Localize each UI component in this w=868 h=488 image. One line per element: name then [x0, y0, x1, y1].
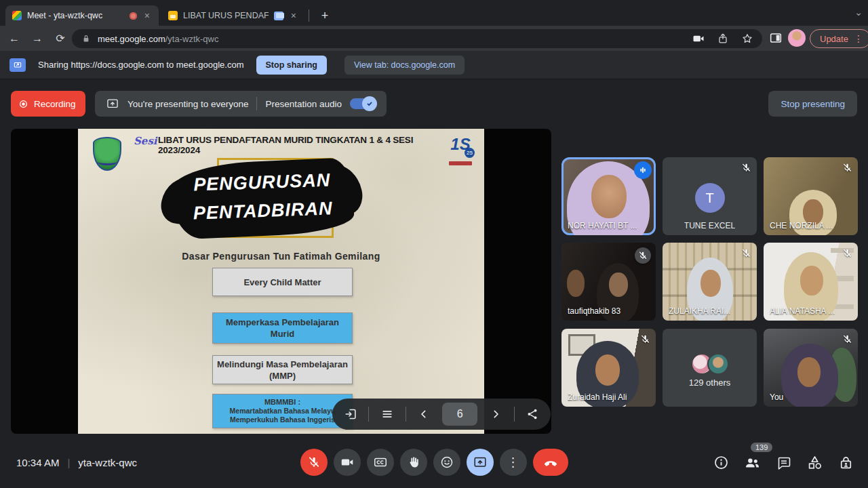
share-slide-button[interactable] — [521, 403, 544, 426]
presentation-audio-toggle[interactable] — [350, 98, 376, 109]
tab-slides[interactable]: LIBAT URUS PENDAFTARA × — [161, 5, 305, 26]
view-tab-button[interactable]: View tab: docs.google.com — [344, 56, 465, 75]
tab-share-icon — [9, 58, 26, 72]
leave-call-button[interactable] — [533, 449, 568, 476]
back-button[interactable]: ← — [5, 30, 23, 47]
divider — [256, 97, 257, 110]
box4-line3: Memperkukuh Bahasa Inggeris — [230, 415, 335, 424]
activities-panel-button[interactable] — [806, 454, 823, 471]
side-panel-button[interactable] — [768, 30, 783, 45]
mic-muted-icon — [842, 162, 853, 174]
profile-avatar[interactable] — [788, 29, 806, 47]
meet-bottom-bar: 10:34 AM | yta-wztk-qwc ⋮ — [0, 441, 868, 488]
presentation-stage: Sesi LIBAT URUS PENDAFTARAN MURID TINGKA… — [11, 129, 551, 434]
participant-face — [797, 357, 821, 387]
divider — [514, 407, 515, 422]
next-slide-button[interactable] — [484, 403, 507, 426]
anniversary-logo: 1S 25 — [446, 134, 475, 167]
meet-status-bar: Recording You're presenting to everyone … — [0, 79, 868, 129]
presenting-status-pill: You're presenting to everyone Presentati… — [95, 91, 387, 117]
more-options-icon: ⋮ — [507, 455, 519, 470]
participant-name: taufiqthakib 83 — [568, 306, 620, 316]
bookmark-star-icon[interactable] — [741, 32, 754, 45]
participant-tile-zuraidah[interactable]: Zuraidah Haji Ali — [561, 329, 656, 407]
others-count-label: 129 others — [689, 378, 730, 388]
browser-menu-icon[interactable]: ⋮ — [854, 33, 866, 44]
toggle-knob — [362, 96, 377, 111]
browser-toolbar: ← → ⟳ meet.google.com/yta-wztk-qwc Updat… — [0, 26, 868, 51]
exit-presentation-button[interactable] — [339, 403, 362, 426]
url-path: /yta-wztk-qwc — [165, 34, 219, 44]
tab-close-icon[interactable]: × — [289, 10, 298, 21]
meeting-details-button[interactable] — [713, 454, 730, 471]
recording-label: Recording — [34, 99, 76, 109]
slide-list-button[interactable] — [376, 403, 399, 426]
share-page-icon[interactable] — [716, 32, 730, 45]
participant-tile-zulaikha[interactable]: ZULAIKHA RAI... — [663, 243, 757, 321]
slide-box-1: Every Child Matter — [212, 268, 353, 296]
slide: Sesi LIBAT URUS PENDAFTARAN MURID TINGKA… — [78, 129, 484, 434]
mic-muted-icon — [639, 333, 651, 345]
mic-muted-icon — [842, 333, 853, 345]
tab-meet[interactable]: Meet - yta-wztk-qwc × — [5, 5, 159, 26]
forward-button[interactable]: → — [28, 30, 46, 47]
browser-tab-strip: Meet - yta-wztk-qwc × LIBAT URUS PENDAFT… — [0, 0, 868, 26]
slide-sesi-script: Sesi — [134, 135, 157, 147]
tab-list-chevron-icon[interactable]: ⌄ — [854, 7, 863, 18]
participant-tile-others[interactable]: 129 others — [663, 329, 757, 407]
present-now-button[interactable] — [467, 449, 494, 476]
title-line-1: PENGURUSAN — [193, 169, 331, 195]
more-options-button[interactable]: ⋮ — [500, 449, 527, 476]
people-panel-button[interactable]: 139 — [744, 454, 761, 471]
chat-panel-button[interactable] — [775, 454, 792, 471]
tab-close-icon[interactable]: × — [142, 10, 152, 21]
participant-name: Zuraidah Haji Ali — [568, 392, 627, 402]
mic-muted-icon — [635, 247, 651, 264]
mic-mute-button[interactable] — [300, 449, 328, 476]
participant-face — [701, 270, 721, 297]
slide-page-number[interactable]: 6 — [442, 403, 477, 426]
chrome-update-button[interactable]: Update ⋮ — [810, 29, 868, 48]
camera-button[interactable] — [334, 449, 361, 476]
participant-name: TUNE EXCEL — [684, 221, 735, 230]
host-controls-button[interactable] — [837, 454, 854, 471]
captions-button[interactable] — [367, 449, 394, 476]
slide-box-3: Melindungi Masa Pembelajaran (MMP) — [212, 355, 353, 384]
stop-presenting-button[interactable]: Stop presenting — [768, 91, 857, 117]
record-icon — [18, 98, 29, 110]
slide-box-2: Memperkasa Pembelajaran Murid — [212, 312, 353, 344]
reactions-button[interactable] — [433, 449, 460, 476]
speaking-audio-indicator-icon — [634, 161, 652, 179]
reload-button[interactable]: ⟳ — [52, 30, 69, 47]
tab-camera-in-use-icon[interactable] — [692, 32, 705, 45]
participant-tile-che-norzila[interactable]: CHE NORZILA ... — [764, 157, 858, 235]
participant-tile-tune-excel[interactable]: T TUNE EXCEL — [663, 157, 757, 235]
raise-hand-button[interactable] — [400, 449, 427, 476]
check-icon — [363, 98, 376, 110]
anniversary-bar — [449, 161, 472, 165]
sharing-message: Sharing https://docs.google.com to meet.… — [38, 60, 244, 70]
participant-name: NOR HAYATI BT ... — [568, 221, 637, 230]
slide-header-title: LIBAT URUS PENDAFTARAN MURID TINGKATAN 1… — [158, 135, 429, 155]
slide-box-4: MBMMBI : Memartabatkan Bahasa Melayu Mem… — [212, 394, 353, 428]
tab-slides-title: LIBAT URUS PENDAFTARA — [183, 11, 269, 20]
address-bar[interactable]: meet.google.com/yta-wztk-qwc — [72, 29, 762, 48]
tab-sharing-bar: Sharing https://docs.google.com to meet.… — [0, 51, 868, 79]
participant-tile-taufiqthakib[interactable]: taufiqthakib 83 — [561, 243, 656, 321]
previous-slide-button[interactable] — [412, 403, 435, 426]
mic-muted-icon — [741, 162, 752, 174]
participant-tile-nor-hayati[interactable]: NOR HAYATI BT ... — [561, 157, 656, 235]
participant-name: You — [770, 392, 783, 402]
title-line-2: PENTADBIRAN — [193, 198, 333, 223]
tab-meet-title: Meet - yta-wztk-qwc — [27, 11, 102, 20]
slides-favicon-icon — [168, 11, 178, 20]
participant-tile-alia-natasha[interactable]: ALIA NATASHA ... — [764, 243, 858, 321]
divider — [406, 407, 406, 422]
https-lock-icon — [80, 33, 92, 45]
mic-muted-icon — [741, 247, 752, 259]
stop-sharing-button[interactable]: Stop sharing — [256, 56, 327, 75]
avatar — [707, 353, 729, 375]
new-tab-button[interactable]: + — [316, 7, 334, 24]
participant-tile-you[interactable]: You — [764, 329, 858, 407]
tab-capture-icon — [274, 12, 283, 20]
